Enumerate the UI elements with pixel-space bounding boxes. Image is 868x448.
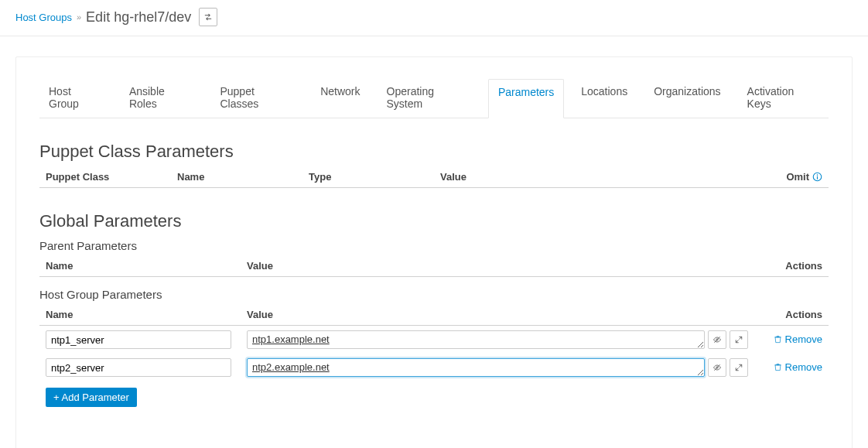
col-value: Value (247, 260, 760, 272)
param-name-input[interactable] (46, 358, 231, 377)
tab-network[interactable]: Network (311, 79, 369, 118)
trash-icon (774, 335, 782, 344)
remove-parameter-link[interactable]: Remove (774, 361, 822, 373)
page-title: Edit hg-rhel7/dev (86, 9, 191, 26)
tab-locations[interactable]: Locations (572, 79, 637, 118)
col-name: Name (46, 309, 247, 320)
col-value: Value (440, 171, 776, 183)
hg-params-title: Host Group Parameters (39, 288, 829, 301)
param-value-input[interactable]: ntp2.example.net (247, 358, 705, 377)
trash-icon (774, 363, 782, 371)
col-puppet-class: Puppet Class (46, 171, 177, 183)
svg-rect-2 (817, 176, 818, 180)
hg-params-header: Name Value Actions (39, 304, 829, 326)
add-parameter-button[interactable]: + Add Parameter (46, 388, 137, 407)
breadcrumb: Host Groups » Edit hg-rhel7/dev (0, 0, 868, 36)
col-value: Value (247, 309, 760, 320)
breadcrumb-root-link[interactable]: Host Groups (15, 12, 72, 23)
parent-params-title: Parent Parameters (39, 239, 829, 252)
parameter-row: ntp1.example.netRemove (39, 326, 829, 354)
col-omit: Omit (776, 171, 822, 183)
tab-activation-keys[interactable]: Activation Keys (738, 79, 829, 118)
remove-parameter-link[interactable]: Remove (774, 333, 822, 345)
parameter-row: ntp2.example.netRemove (39, 354, 829, 381)
expand-icon (734, 363, 743, 372)
puppet-table-header: Puppet Class Name Type Value Omit (39, 166, 829, 188)
tab-ansible-roles[interactable]: Ansible Roles (120, 79, 203, 118)
expand-button[interactable] (730, 358, 748, 377)
eye-slash-icon (713, 335, 722, 344)
puppet-section-title: Puppet Class Parameters (39, 142, 829, 162)
tab-organizations[interactable]: Organizations (644, 79, 730, 118)
col-type: Type (309, 171, 440, 183)
expand-icon (734, 335, 743, 344)
expand-button[interactable] (730, 330, 748, 349)
col-omit-label: Omit (786, 171, 809, 183)
info-icon[interactable] (812, 172, 822, 182)
col-actions: Actions (760, 260, 822, 272)
swap-icon (203, 12, 213, 22)
svg-point-1 (817, 174, 818, 176)
toggle-hidden-button[interactable] (708, 330, 726, 349)
parent-params-header: Name Value Actions (39, 255, 829, 277)
param-name-input[interactable] (46, 330, 231, 349)
col-name: Name (177, 171, 309, 183)
eye-slash-icon (713, 363, 722, 372)
tab-host-group[interactable]: Host Group (39, 79, 112, 118)
tab-puppet-classes[interactable]: Puppet Classes (210, 79, 303, 118)
switcher-button[interactable] (199, 8, 217, 26)
tab-operating-system[interactable]: Operating System (378, 79, 480, 118)
col-name: Name (46, 260, 247, 272)
toggle-hidden-button[interactable] (708, 358, 726, 377)
tab-parameters[interactable]: Parameters (488, 79, 564, 118)
param-value-input[interactable]: ntp1.example.net (247, 330, 705, 349)
global-section-title: Global Parameters (39, 211, 829, 231)
col-actions: Actions (760, 309, 822, 320)
form-panel: Host GroupAnsible RolesPuppet ClassesNet… (15, 56, 853, 448)
breadcrumb-separator: » (77, 12, 81, 22)
tabs: Host GroupAnsible RolesPuppet ClassesNet… (39, 79, 829, 118)
